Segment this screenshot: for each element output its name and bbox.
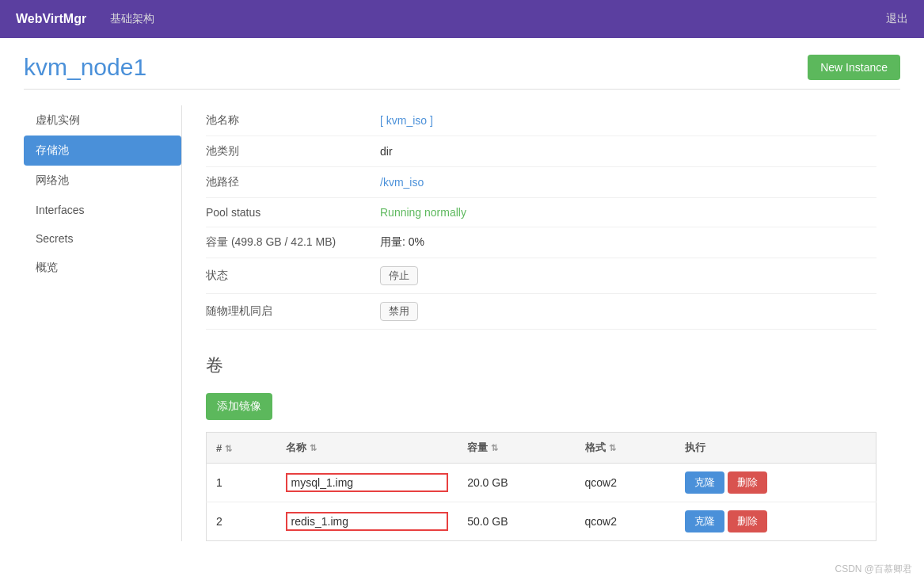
row-size: 20.0 GB — [458, 464, 575, 502]
table-header: #⇅名称⇅容量⇅格式⇅执行 — [207, 433, 876, 464]
sidebar-item-storage-pool[interactable]: 存储池 — [24, 136, 181, 166]
main-content: 池名称[ kvm_iso ]池类别dir池路径/kvm_isoPool stat… — [182, 105, 900, 541]
info-value: dir — [380, 145, 393, 158]
row-format: qcow2 — [576, 502, 676, 541]
new-instance-button[interactable]: New Instance — [808, 55, 900, 80]
info-row: 池路径/kvm_iso — [206, 167, 876, 198]
info-row: 随物理机同启禁用 — [206, 294, 876, 330]
row-name: redis_1.img — [276, 502, 458, 541]
info-row: 池类别dir — [206, 136, 876, 167]
nav-infrastructure[interactable]: 基础架构 — [110, 12, 154, 26]
brand-logo: WebVirtMgr — [16, 12, 86, 26]
volume-name: redis_1.img — [286, 512, 449, 531]
row-actions: 克隆删除 — [675, 502, 876, 541]
info-label: 池路径 — [206, 175, 380, 189]
info-value: 用量: 0% — [380, 235, 424, 250]
info-label: 状态 — [206, 269, 380, 283]
sidebar-item-network-pool[interactable]: 网络池 — [24, 166, 181, 196]
page-container: kvm_node1 New Instance 虚机实例存储池网络池Interfa… — [0, 38, 924, 557]
delete-button[interactable]: 删除 — [728, 510, 767, 532]
row-number: 1 — [207, 464, 276, 502]
clone-button[interactable]: 克隆 — [685, 510, 724, 532]
sidebar: 虚机实例存储池网络池InterfacesSecrets概览 — [24, 105, 182, 541]
info-value: [ kvm_iso ] — [380, 114, 433, 127]
tag-button[interactable]: 禁用 — [380, 302, 418, 321]
pool-info-table: 池名称[ kvm_iso ]池类别dir池路径/kvm_isoPool stat… — [206, 105, 876, 330]
volume-name: mysql_1.img — [286, 473, 449, 492]
sidebar-item-vm-instances[interactable]: 虚机实例 — [24, 105, 181, 136]
sidebar-item-secrets[interactable]: Secrets — [24, 224, 181, 253]
info-label: 随物理机同启 — [206, 304, 380, 319]
info-label: 容量 (499.8 GB / 42.1 MB) — [206, 235, 380, 250]
delete-button[interactable]: 删除 — [728, 471, 767, 494]
sidebar-item-overview[interactable]: 概览 — [24, 253, 181, 283]
row-format: qcow2 — [576, 464, 676, 502]
info-row: 状态停止 — [206, 258, 876, 294]
info-label: 池类别 — [206, 144, 380, 158]
info-value: /kvm_iso — [380, 176, 424, 189]
logout-link[interactable]: 退出 — [886, 12, 908, 26]
info-row: 容量 (499.8 GB / 42.1 MB)用量: 0% — [206, 227, 876, 258]
table-col-header[interactable]: 格式⇅ — [576, 433, 676, 464]
content-layout: 虚机实例存储池网络池InterfacesSecrets概览 池名称[ kvm_i… — [24, 105, 900, 541]
info-row: Pool statusRunning normally — [206, 198, 876, 227]
info-value: 停止 — [380, 266, 418, 285]
info-value: 禁用 — [380, 302, 418, 321]
row-name: mysql_1.img — [276, 464, 458, 502]
info-label: 池名称 — [206, 113, 380, 128]
table-col-header[interactable]: 容量⇅ — [458, 433, 575, 464]
volume-section: 卷 添加镜像 #⇅名称⇅容量⇅格式⇅执行 1mysql_1.img20.0 GB… — [206, 353, 876, 541]
section-title: 卷 — [206, 353, 876, 377]
page-title: kvm_node1 — [24, 54, 146, 81]
sidebar-item-interfaces[interactable]: Interfaces — [24, 196, 181, 224]
table-col-header[interactable]: #⇅ — [207, 433, 276, 464]
table-col-header[interactable]: 名称⇅ — [276, 433, 458, 464]
row-size: 50.0 GB — [458, 502, 575, 541]
table-row: 2redis_1.img50.0 GBqcow2克隆删除 — [207, 502, 876, 541]
add-image-button[interactable]: 添加镜像 — [206, 393, 272, 420]
volumes-table: #⇅名称⇅容量⇅格式⇅执行 1mysql_1.img20.0 GBqcow2克隆… — [206, 432, 876, 541]
table-body: 1mysql_1.img20.0 GBqcow2克隆删除2redis_1.img… — [207, 464, 876, 541]
info-row: 池名称[ kvm_iso ] — [206, 105, 876, 136]
clone-button[interactable]: 克隆 — [685, 471, 724, 494]
topnav: WebVirtMgr 基础架构 退出 — [0, 0, 924, 38]
row-actions: 克隆删除 — [675, 464, 876, 502]
info-label: Pool status — [206, 206, 380, 219]
row-number: 2 — [207, 502, 276, 541]
page-header: kvm_node1 New Instance — [24, 54, 900, 90]
table-col-header: 执行 — [675, 433, 876, 464]
tag-button[interactable]: 停止 — [380, 266, 418, 285]
info-value: Running normally — [380, 206, 466, 219]
table-row: 1mysql_1.img20.0 GBqcow2克隆删除 — [207, 464, 876, 502]
